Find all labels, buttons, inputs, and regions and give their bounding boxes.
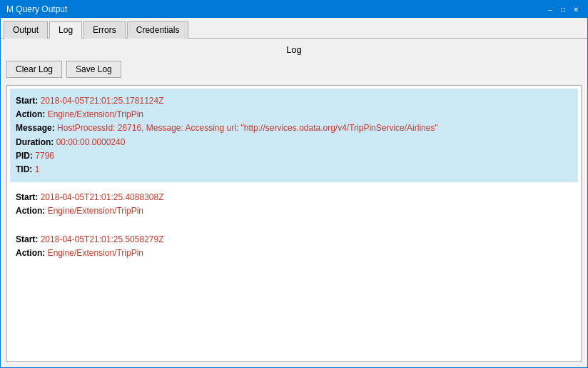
log-entry: Start: 2018-04-05T21:01:25.5058279Z Acti… xyxy=(10,227,578,266)
log-field-duration: Duration: 00:00:00.0000240 xyxy=(16,136,572,149)
log-field-tid: TID: 1 xyxy=(16,163,572,176)
title-bar: M Query Output – □ ✕ xyxy=(1,1,587,18)
log-field-start: Start: 2018-04-05T21:01:25.5058279Z xyxy=(16,233,572,247)
close-button[interactable]: ✕ xyxy=(570,4,582,15)
log-field-action: Action: Engine/Extension/TripPin xyxy=(16,204,572,218)
minimize-button[interactable]: – xyxy=(544,4,556,15)
log-field-action: Action: Engine/Extension/TripPin xyxy=(16,108,572,121)
log-field-start: Start: 2018-04-05T21:01:25.4088308Z xyxy=(16,191,572,204)
tab-credentials[interactable]: Credentials xyxy=(127,21,189,39)
page-title: Log xyxy=(6,44,582,55)
log-field-pid: PID: 7796 xyxy=(16,149,572,163)
window-title: M Query Output xyxy=(6,4,67,14)
content-area: Log Clear Log Save Log Start: 2018-04-05… xyxy=(1,39,587,367)
save-log-button[interactable]: Save Log xyxy=(66,61,121,78)
toolbar: Clear Log Save Log xyxy=(6,61,582,78)
maximize-button[interactable]: □ xyxy=(557,4,569,15)
log-field-action: Action: Engine/Extension/TripPin xyxy=(16,247,572,260)
clear-log-button[interactable]: Clear Log xyxy=(6,61,62,78)
tab-errors[interactable]: Errors xyxy=(83,21,126,39)
log-field-message: Message: HostProcessId: 26716, Message: … xyxy=(16,121,572,135)
tab-bar: Output Log Errors Credentials xyxy=(1,18,587,39)
log-entry: Start: 2018-04-05T21:01:25.1781124Z Acti… xyxy=(10,89,578,182)
main-window: M Query Output – □ ✕ Output Log Errors C… xyxy=(0,0,588,368)
log-field-start: Start: 2018-04-05T21:01:25.1781124Z xyxy=(16,94,572,108)
title-bar-controls: – □ ✕ xyxy=(544,4,582,15)
tab-log[interactable]: Log xyxy=(49,21,82,39)
log-container[interactable]: Start: 2018-04-05T21:01:25.1781124Z Acti… xyxy=(6,85,582,362)
tab-output[interactable]: Output xyxy=(4,21,48,39)
log-entry: Start: 2018-04-05T21:01:25.4088308Z Acti… xyxy=(10,185,578,224)
